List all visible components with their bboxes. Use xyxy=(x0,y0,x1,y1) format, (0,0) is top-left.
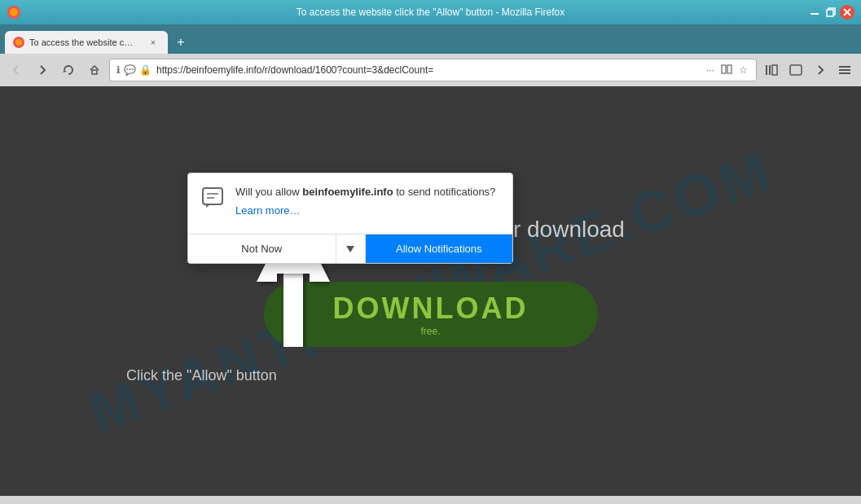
svg-rect-14 xyxy=(790,65,802,75)
popup-actions: Not Now Allow Notifications xyxy=(188,234,512,263)
title-bar: To access the website click the "Allow" … xyxy=(0,0,861,24)
svg-rect-10 xyxy=(727,65,731,73)
chat-icon: 💬 xyxy=(124,64,136,76)
nav-bar: ℹ 💬 🔒 https://beinfoemylife.info/r/downl… xyxy=(0,54,861,86)
address-actions: ··· ☆ xyxy=(705,63,749,78)
reader-view-button[interactable] xyxy=(719,63,734,78)
svg-rect-11 xyxy=(766,65,767,75)
popup-site-name: beinfoemylife.info xyxy=(302,186,393,198)
library-button[interactable] xyxy=(760,59,783,81)
menu-button[interactable] xyxy=(833,59,856,81)
tab-favicon xyxy=(13,37,24,48)
title-bar-controls xyxy=(807,5,854,20)
new-tab-button[interactable]: + xyxy=(171,33,191,52)
allow-notifications-button[interactable]: Allow Notifications xyxy=(366,234,513,263)
tab-close-button[interactable]: × xyxy=(147,36,160,49)
download-button-sublabel: free. xyxy=(420,326,440,337)
close-button[interactable] xyxy=(840,5,854,20)
minimize-button[interactable] xyxy=(807,5,822,20)
svg-rect-8 xyxy=(92,70,97,74)
svg-marker-24 xyxy=(346,246,354,252)
svg-rect-18 xyxy=(283,274,303,347)
popup-inner: Will you allow beinfoemylife.info to sen… xyxy=(188,173,512,226)
overflow-button[interactable] xyxy=(809,59,832,81)
popup-chat-icon xyxy=(201,186,226,211)
tab-bar: To access the website c… × + xyxy=(0,24,861,54)
forward-button[interactable] xyxy=(31,59,54,81)
popup-body: Will you allow beinfoemylife.info to sen… xyxy=(235,185,499,217)
title-bar-left xyxy=(7,5,21,20)
more-options-button[interactable]: ··· xyxy=(705,63,716,77)
back-button[interactable] xyxy=(5,59,28,81)
status-bar xyxy=(0,496,861,504)
restore-button[interactable] xyxy=(824,5,838,20)
firefox-icon xyxy=(7,5,21,20)
browser-tab[interactable]: To access the website c… × xyxy=(5,31,168,54)
address-icons: ℹ 💬 🔒 xyxy=(116,64,152,76)
not-now-button[interactable]: Not Now xyxy=(188,234,336,263)
home-button[interactable] xyxy=(83,59,106,81)
svg-rect-9 xyxy=(722,65,726,73)
bookmark-button[interactable]: ☆ xyxy=(737,63,749,77)
lock-icon: 🔒 xyxy=(139,64,152,76)
popup-dropdown-button[interactable] xyxy=(336,234,366,263)
nav-right-buttons xyxy=(760,59,856,81)
title-bar-title: To access the website click the "Allow" … xyxy=(297,7,564,18)
sync-button[interactable] xyxy=(784,59,807,81)
address-bar[interactable]: ℹ 💬 🔒 https://beinfoemylife.info/r/downl… xyxy=(109,59,757,81)
click-allow-text: Click the "Allow" button xyxy=(126,367,277,384)
reload-button[interactable] xyxy=(57,59,80,81)
svg-point-1 xyxy=(10,8,18,16)
popup-question-text: Will you allow beinfoemylife.info to sen… xyxy=(235,185,499,199)
svg-rect-13 xyxy=(772,65,777,75)
svg-rect-3 xyxy=(827,10,833,16)
content-area: MYANTISPYWARE.COM Your File291234 is rea… xyxy=(0,86,861,496)
svg-point-7 xyxy=(15,39,22,46)
popup-learn-more-link[interactable]: Learn more… xyxy=(235,204,300,217)
notification-popup: Will you allow beinfoemylife.info to sen… xyxy=(187,173,513,264)
svg-rect-12 xyxy=(769,65,771,75)
download-button-label: DOWNLOAD xyxy=(333,291,529,326)
url-text: https://beinfoemylife.info/r/download/16… xyxy=(156,64,700,76)
tab-title: To access the website c… xyxy=(29,37,142,47)
info-icon: ℹ xyxy=(116,64,121,76)
svg-rect-20 xyxy=(203,188,222,204)
